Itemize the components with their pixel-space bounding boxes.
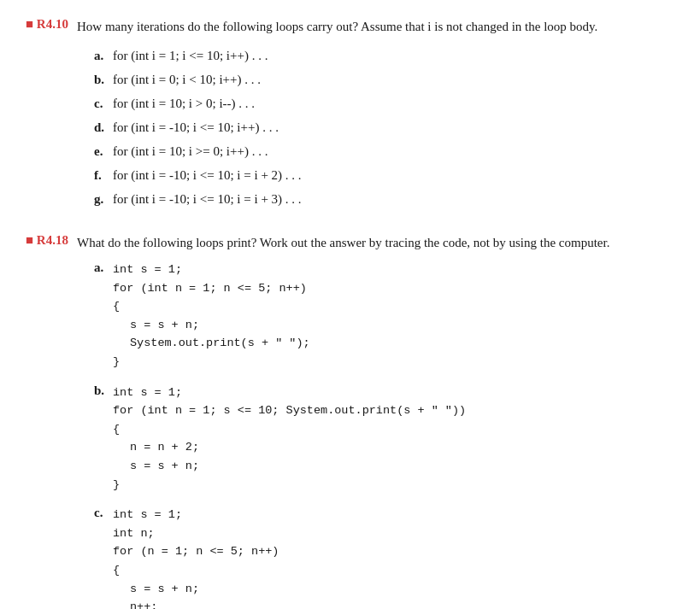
- code-block-r4-18: a. int s = 1; for (int n = 1; n <= 5; n+…: [94, 261, 674, 609]
- problem-text-r4-18: What do the following loops print? Work …: [77, 233, 609, 253]
- code-line: s = s + n;: [113, 580, 321, 599]
- code-item-header-c: c. int s = 1; int n; for (n = 1; n <= 5;…: [94, 506, 674, 609]
- code-line: for (int n = 1; n <= 5; n++): [113, 279, 310, 298]
- code-item-header-a: a. int s = 1; for (int n = 1; n <= 5; n+…: [94, 261, 674, 372]
- list-item: g. for (int i = -10; i <= 10; i = i + 3)…: [94, 189, 674, 209]
- code-line: for (int n = 1; s <= 10; System.out.prin…: [113, 401, 466, 420]
- item-content-f: for (int i = -10; i <= 10; i = i + 2) . …: [113, 165, 302, 185]
- code-line: for (n = 1; n <= 5; n++): [113, 542, 321, 561]
- item-content-d: for (int i = -10; i <= 10; i++) . . .: [113, 117, 279, 138]
- problem-header-r4-10: ■ R4.10 How many iterations do the follo…: [26, 17, 674, 37]
- code-label-a: a.: [94, 261, 113, 275]
- item-label-a: a.: [94, 45, 113, 66]
- code-line: n++;: [113, 598, 321, 609]
- code-line: System.out.print(s + " ");: [113, 334, 310, 353]
- list-item: d. for (int i = -10; i <= 10; i++) . . .: [94, 117, 674, 138]
- code-item-a: a. int s = 1; for (int n = 1; n <= 5; n+…: [94, 261, 674, 372]
- code-line: int n;: [113, 524, 321, 543]
- code-content-a: int s = 1; for (int n = 1; n <= 5; n++) …: [113, 261, 310, 372]
- problem-number-r4-18: ■ R4.18: [26, 233, 77, 248]
- list-item: f. for (int i = -10; i <= 10; i = i + 2)…: [94, 165, 674, 185]
- list-item: e. for (int i = 10; i >= 0; i++) . . .: [94, 141, 674, 161]
- code-label-b: b.: [94, 384, 113, 398]
- item-content-c: for (int i = 10; i > 0; i--) . . .: [113, 93, 255, 114]
- code-line: int s = 1;: [113, 384, 466, 402]
- problem-number-r4-10: ■ R4.10: [26, 17, 77, 32]
- item-label-e: e.: [94, 141, 113, 161]
- code-line: {: [113, 420, 466, 439]
- code-line: n = n + 2;: [113, 438, 466, 457]
- item-label-c: c.: [94, 93, 113, 114]
- item-label-g: g.: [94, 189, 113, 209]
- code-line: s = s + n;: [113, 457, 466, 476]
- item-label-f: f.: [94, 165, 113, 185]
- item-label-b: b.: [94, 69, 113, 90]
- code-item-header-b: b. int s = 1; for (int n = 1; s <= 10; S…: [94, 384, 674, 495]
- item-content-b: for (int i = 0; i < 10; i++) . . .: [113, 69, 261, 90]
- code-line: s = s + n;: [113, 316, 310, 335]
- list-item: a. for (int i = 1; i <= 10; i++) . . .: [94, 45, 674, 66]
- list-item: c. for (int i = 10; i > 0; i--) . . .: [94, 93, 674, 114]
- list-item: b. for (int i = 0; i < 10; i++) . . .: [94, 69, 674, 90]
- item-label-d: d.: [94, 117, 113, 138]
- problem-r4-18: ■ R4.18 What do the following loops prin…: [26, 233, 674, 610]
- problem-text-r4-10: How many iterations do the following loo…: [77, 17, 597, 37]
- code-label-c: c.: [94, 506, 113, 520]
- code-line: {: [113, 561, 321, 580]
- item-content-a: for (int i = 1; i <= 10; i++) . . .: [113, 45, 268, 66]
- problem-header-r4-18: ■ R4.18 What do the following loops prin…: [26, 233, 674, 253]
- problem-r4-10: ■ R4.10 How many iterations do the follo…: [26, 17, 674, 209]
- code-content-b: int s = 1; for (int n = 1; s <= 10; Syst…: [113, 384, 466, 495]
- item-content-g: for (int i = -10; i <= 10; i = i + 3) . …: [113, 189, 302, 209]
- code-line: }: [113, 353, 310, 372]
- items-list-r4-10: a. for (int i = 1; i <= 10; i++) . . . b…: [94, 45, 674, 209]
- code-item-c: c. int s = 1; int n; for (n = 1; n <= 5;…: [94, 506, 674, 609]
- code-line: int s = 1;: [113, 506, 321, 524]
- code-item-b: b. int s = 1; for (int n = 1; s <= 10; S…: [94, 384, 674, 495]
- code-content-c: int s = 1; int n; for (n = 1; n <= 5; n+…: [113, 506, 321, 609]
- code-line: }: [113, 476, 466, 495]
- item-content-e: for (int i = 10; i >= 0; i++) . . .: [113, 141, 268, 161]
- code-line: int s = 1;: [113, 261, 310, 279]
- code-line: {: [113, 297, 310, 316]
